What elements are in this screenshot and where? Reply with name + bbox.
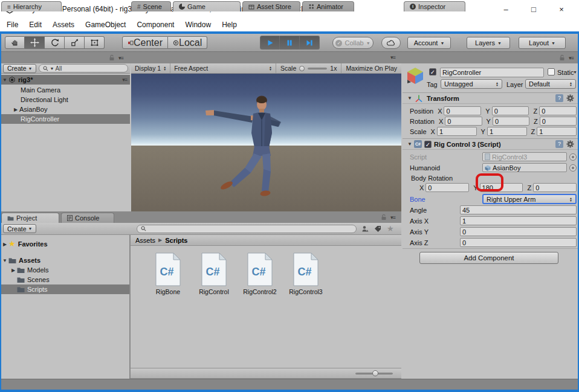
rotation-z-field[interactable] [540, 117, 577, 126]
lock-icon[interactable] [381, 214, 387, 220]
tab-asset-store[interactable]: Asset Store [242, 1, 300, 11]
gear-icon[interactable] [566, 94, 574, 102]
layer-dropdown[interactable]: Default ▲▼ [525, 79, 576, 89]
panel-menu-icon[interactable]: ▾≡ [569, 55, 574, 61]
bone-dropdown[interactable]: Right Upper Arm ▲▼ [482, 194, 577, 204]
lock-icon[interactable] [109, 54, 115, 61]
display-dropdown[interactable]: Display 1 ▲▼ [131, 63, 170, 73]
foldout-open-icon[interactable]: ▼ [406, 95, 413, 101]
rotation-x-field[interactable] [445, 117, 482, 126]
project-create-button[interactable]: Create▼ [3, 224, 36, 233]
menu-gameobject[interactable]: GameObject [80, 18, 131, 31]
hierarchy-search-input[interactable]: ▼ All [39, 64, 128, 72]
scale-y-field[interactable] [487, 127, 527, 136]
body-rotation-x-field[interactable] [425, 183, 469, 192]
static-dropdown-arrow[interactable]: ▼ [573, 70, 577, 74]
project-search-input[interactable] [137, 225, 357, 233]
foldout-closed-icon[interactable]: ▶ [1, 242, 8, 247]
humanoid-object-field[interactable]: AsianBoy [482, 163, 567, 172]
account-dropdown[interactable]: Account▼ [407, 37, 451, 49]
minimize-button[interactable]: – [492, 0, 520, 18]
pivot-mode-button[interactable]: Center [122, 36, 168, 49]
scene-row-rig3[interactable]: ▼ rig3* ▾≡ [1, 75, 130, 85]
tab-animator[interactable]: Animator [302, 1, 354, 11]
close-button[interactable]: × [548, 0, 575, 18]
foldout-open-icon[interactable]: ▼ [1, 77, 8, 83]
breadcrumb-root[interactable]: Assets [135, 237, 155, 244]
rotate-tool-button[interactable] [45, 36, 65, 49]
pause-button[interactable] [280, 36, 300, 50]
layout-dropdown[interactable]: Layout▼ [519, 37, 566, 49]
component-enabled-checkbox[interactable]: ✓ [424, 141, 432, 148]
folder-row-scenes[interactable]: Scenes [1, 275, 129, 284]
gameobject-name-field[interactable] [440, 68, 544, 77]
active-checkbox[interactable]: ✓ [429, 68, 436, 76]
folder-row-scripts[interactable]: Scripts [1, 284, 129, 294]
axis-z-field[interactable] [460, 238, 577, 247]
tag-dropdown[interactable]: Untagged ▲▼ [441, 79, 502, 89]
scale-z-field[interactable] [537, 127, 577, 136]
object-picker-icon[interactable] [569, 153, 577, 161]
axis-x-field[interactable] [460, 216, 577, 225]
aspect-dropdown[interactable]: Free Aspect ▲▼ [170, 63, 276, 73]
panel-menu-icon[interactable]: ▾≡ [118, 55, 123, 61]
help-icon[interactable]: ? [555, 140, 563, 148]
position-y-field[interactable] [492, 106, 529, 115]
scene-menu-icon[interactable]: ▾≡ [122, 77, 127, 83]
assets-root-row[interactable]: ▼ Assets [1, 255, 129, 265]
hierarchy-item-main-camera[interactable]: Main Camera [1, 85, 130, 95]
tab-console[interactable]: Console [61, 213, 114, 223]
foldout-closed-icon[interactable]: ▶ [12, 107, 19, 112]
asset-rigbone[interactable]: C# RigBone [145, 252, 191, 295]
help-icon[interactable]: ? [555, 94, 563, 102]
static-checkbox[interactable] [548, 68, 555, 76]
search-by-type-icon[interactable] [361, 225, 369, 233]
position-x-field[interactable] [444, 106, 481, 115]
hierarchy-create-button[interactable]: Create▼ [3, 64, 36, 73]
panel-menu-icon[interactable]: ▾≡ [390, 54, 395, 60]
hand-tool-button[interactable] [5, 36, 25, 49]
foldout-closed-icon[interactable]: ▶ [10, 268, 17, 273]
axis-y-field[interactable] [460, 227, 577, 236]
scale-x-field[interactable] [437, 127, 477, 136]
asset-rigcontrol[interactable]: C# RigControl [191, 252, 237, 295]
transform-header[interactable]: ▼ Transform ? [403, 92, 578, 104]
collab-button[interactable]: ✓ Collab ▼ [332, 37, 374, 49]
layers-dropdown[interactable]: Layers▼ [467, 37, 510, 49]
object-picker-icon[interactable] [569, 164, 577, 172]
scale-slider-knob[interactable] [299, 66, 305, 71]
breadcrumb-current[interactable]: Scripts [165, 237, 187, 244]
tab-scene[interactable]: # Scene [131, 1, 171, 11]
folder-row-models[interactable]: ▶ Models [1, 265, 129, 275]
game-viewport[interactable] [131, 74, 401, 211]
add-component-button[interactable]: Add Component [419, 252, 558, 264]
zoom-slider-knob[interactable] [372, 370, 378, 376]
gear-icon[interactable] [566, 140, 574, 148]
space-mode-button[interactable]: Local [168, 36, 207, 49]
tab-game[interactable]: Game [173, 1, 241, 11]
rect-tool-button[interactable] [85, 36, 105, 49]
maximize-button[interactable]: □ [520, 0, 548, 18]
menu-component[interactable]: Component [131, 18, 180, 31]
scale-slider-track[interactable] [308, 68, 327, 69]
hierarchy-item-rigcontroller[interactable]: RigController [1, 114, 130, 124]
scale-tool-button[interactable] [65, 36, 85, 49]
rotation-y-field[interactable] [493, 117, 529, 126]
cloud-button[interactable] [381, 37, 401, 49]
save-search-star-icon[interactable]: ★ [387, 225, 394, 233]
tab-hierarchy[interactable]: ≡ Hierarchy [1, 1, 62, 11]
thumbnail-zoom-slider[interactable] [355, 373, 393, 374]
asset-rigcontrol2[interactable]: C# RigControl2 [237, 252, 283, 295]
panel-menu-icon[interactable]: ▾≡ [390, 214, 395, 220]
search-by-label-icon[interactable] [374, 225, 381, 233]
hierarchy-item-directional-light[interactable]: Directional Light [1, 95, 130, 104]
play-button[interactable] [260, 36, 280, 50]
foldout-open-icon[interactable]: ▼ [1, 258, 8, 263]
menu-assets[interactable]: Assets [47, 18, 80, 31]
step-button[interactable] [300, 36, 320, 50]
rig-control-3-header[interactable]: ▼ C# ✓ Rig Control 3 (Script) ? [403, 138, 578, 150]
tab-inspector[interactable]: i Inspector [404, 1, 465, 11]
favorites-row[interactable]: ▶ ★ Favorites [1, 239, 129, 249]
project-search-field[interactable] [147, 225, 352, 233]
position-z-field[interactable] [539, 106, 577, 115]
